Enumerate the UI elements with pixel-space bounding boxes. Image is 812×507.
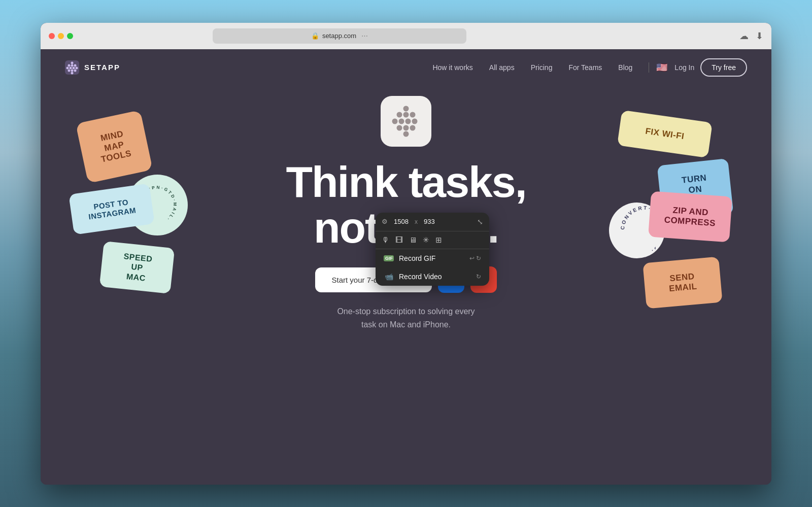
svg-point-5: [66, 66, 69, 69]
sticker-fix-wifi: FIX WI-FI: [617, 110, 713, 157]
lock-icon: 🔒: [311, 32, 319, 40]
nav-pricing[interactable]: Pricing: [531, 63, 553, 72]
svg-point-20: [405, 118, 411, 124]
navbar: SETAPP How it works All apps Pricing For…: [41, 49, 771, 86]
logo-label: SETAPP: [84, 63, 120, 72]
svg-point-7: [73, 66, 75, 69]
svg-point-21: [412, 118, 418, 124]
sticker-convert-svg: CONVERT·HEIC TO JPG·: [618, 204, 656, 257]
svg-point-15: [397, 112, 402, 117]
traffic-light-close[interactable]: [49, 33, 55, 39]
record-video-label: Record Video: [399, 273, 442, 281]
capture-width: 1508: [394, 218, 409, 225]
sticker-mind-map-tools: MINDMAPTOOLS: [76, 110, 153, 183]
traffic-light-fullscreen[interactable]: [67, 33, 73, 39]
capture-camera-button[interactable]: 🎞: [395, 235, 403, 244]
url-text: setapp.com: [322, 32, 356, 40]
sticker-speed-up-mac: SPEEDUPMAC: [99, 241, 175, 294]
sticker-turn-on-vpn: TURNONVPN: [657, 158, 734, 221]
capture-icons-row: 🎙 🎞 🖥 ✳ ⊞: [376, 231, 489, 249]
sticker-post-to-instagram: POST TOINSTAGRAM: [69, 184, 155, 235]
nav-all-apps[interactable]: All apps: [489, 63, 515, 72]
capture-screen-button[interactable]: 🖥: [409, 235, 417, 244]
svg-text:CONVERT·HEIC TO JPG·: CONVERT·HEIC TO JPG·: [620, 205, 656, 254]
sticker-c-icon: C: [96, 192, 119, 215]
capture-toolbar: ⚙ 1508 x 933 ⤡: [376, 213, 489, 231]
more-icon: ⋯: [361, 32, 368, 40]
svg-point-11: [74, 69, 77, 72]
sticker-pdf-vpn-svg: PDF·VPN·GTD·MAIL·: [136, 177, 179, 233]
capture-cursor-button[interactable]: ✳: [423, 235, 429, 245]
svg-point-16: [403, 112, 409, 117]
capture-expand-icon[interactable]: ⤡: [477, 218, 483, 226]
svg-point-24: [410, 125, 416, 130]
svg-point-8: [76, 66, 78, 69]
video-icon: 📹: [384, 273, 394, 281]
logo[interactable]: SETAPP: [65, 60, 120, 75]
address-bar[interactable]: 🔒 setapp.com ⋯: [213, 28, 466, 44]
hero: Think tasks, not apps. Start your 7-day …: [41, 86, 771, 331]
nav-links: How it works All apps Pricing For Teams …: [432, 63, 632, 72]
svg-point-3: [71, 64, 74, 66]
svg-point-18: [392, 118, 398, 124]
capture-x-label: x: [415, 218, 418, 225]
logo-icon: [65, 60, 79, 75]
svg-point-6: [70, 66, 72, 69]
svg-point-25: [403, 131, 409, 137]
browser-controls-right: ☁ ⬇: [739, 30, 763, 42]
svg-point-23: [403, 125, 409, 130]
capture-settings-icon: ⚙: [382, 218, 388, 225]
nav-for-teams[interactable]: For Teams: [568, 63, 602, 72]
try-free-button[interactable]: Try free: [700, 58, 747, 77]
download-icon[interactable]: ⬇: [756, 30, 763, 42]
svg-point-22: [397, 125, 402, 130]
svg-point-28: [619, 205, 656, 255]
traffic-lights: [49, 33, 73, 39]
nav-blog[interactable]: Blog: [618, 63, 632, 72]
nav-how-it-works[interactable]: How it works: [432, 63, 472, 72]
capture-grid-button[interactable]: ⊞: [435, 235, 442, 245]
website: SETAPP How it works All apps Pricing For…: [41, 49, 771, 485]
nav-divider: [649, 62, 649, 73]
desktop: 🔒 setapp.com ⋯ ☁ ⬇: [0, 0, 812, 507]
record-gif-label: Record GIF: [399, 254, 435, 262]
setapp-hero-icon: [388, 104, 424, 139]
hero-title-line1: Think tasks,: [286, 157, 526, 206]
capture-record-video-option[interactable]: 📹 Record Video ↻: [376, 267, 489, 286]
capture-overlay: ⚙ 1508 x 933 ⤡ 🎙 🎞 🖥 ✳ ⊞: [376, 213, 489, 286]
svg-point-10: [71, 69, 74, 72]
svg-point-26: [137, 185, 177, 225]
capture-mic-button[interactable]: 🎙: [382, 235, 389, 244]
browser-window: 🔒 setapp.com ⋯ ☁ ⬇: [41, 23, 771, 485]
gif-icon: GIF: [384, 255, 394, 261]
gif-shortcut: ↩ ↻: [469, 255, 481, 262]
svg-point-14: [403, 106, 409, 111]
login-link[interactable]: Log In: [674, 63, 694, 72]
setapp-logo-hero: [381, 96, 431, 147]
svg-point-1: [71, 61, 74, 64]
svg-point-2: [68, 64, 71, 66]
svg-point-9: [68, 69, 71, 72]
sticker-convert-heic: CONVERT·HEIC TO JPG·: [609, 202, 665, 258]
cloud-icon[interactable]: ☁: [739, 30, 749, 42]
capture-height: 933: [424, 218, 435, 225]
browser-chrome: 🔒 setapp.com ⋯ ☁ ⬇: [41, 23, 771, 49]
sticker-pdf-vpn: PDF·VPN·GTD·MAIL·: [127, 175, 188, 235]
svg-point-17: [410, 112, 416, 117]
svg-point-12: [71, 72, 74, 74]
svg-text:PDF·VPN·GTD·MAIL·: PDF·VPN·GTD·MAIL·: [137, 184, 178, 222]
language-flag[interactable]: 🇺🇸: [656, 62, 667, 73]
svg-point-4: [74, 64, 77, 66]
svg-point-19: [399, 118, 404, 124]
capture-record-gif-option[interactable]: GIF Record GIF ↩ ↻: [376, 249, 489, 267]
video-shortcut: ↻: [476, 273, 481, 280]
sticker-zip-compress: ZIP ANDCOMPRESS: [648, 191, 732, 243]
hero-subtitle: One-stop subscription to solving every t…: [337, 305, 475, 331]
sticker-send-email: SENDEMAIL: [642, 257, 722, 309]
traffic-light-minimize[interactable]: [58, 33, 64, 39]
